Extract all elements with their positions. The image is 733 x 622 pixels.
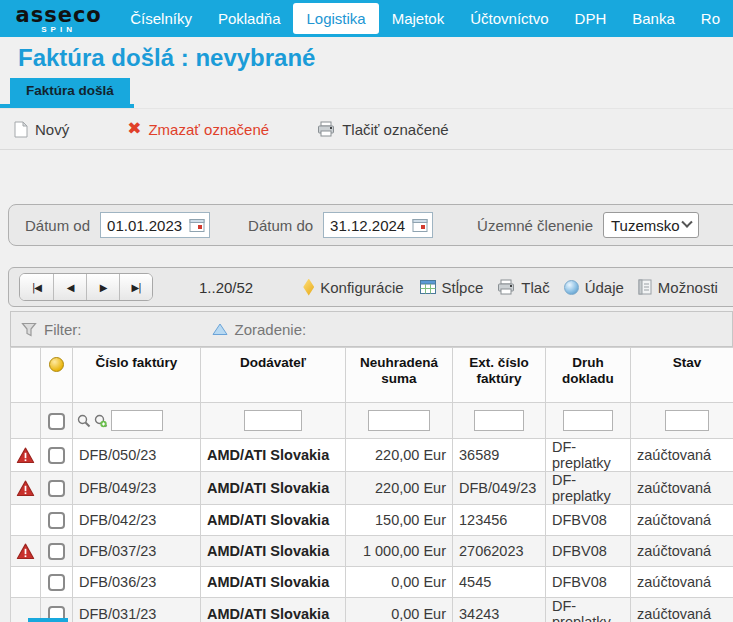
- column-header-dodavatel[interactable]: Dodávateľ: [201, 348, 346, 403]
- cell-druh-dokladu: DFBV08: [546, 567, 631, 598]
- table-row[interactable]: DFB/036/23 AMD/ATI Slovakia 0,00 Eur 454…: [11, 567, 733, 598]
- column-header-stav[interactable]: Stav: [631, 348, 733, 403]
- date-to-input[interactable]: [330, 217, 412, 234]
- configurations-button[interactable]: Konfigurácie: [303, 279, 403, 296]
- cell-cislo-faktury[interactable]: DFB/049/23: [73, 472, 201, 505]
- main-menu: Číselníky Pokladňa Logistika Majetok Účt…: [117, 0, 733, 37]
- new-document-icon: [14, 121, 28, 138]
- cell-druh-dokladu: DF-preplatky: [546, 598, 631, 622]
- select-all-cell: [41, 403, 73, 439]
- cell-dodavatel: AMD/ATI Slovakia: [201, 472, 346, 505]
- cell-cislo-faktury[interactable]: DFB/031/23: [73, 598, 201, 622]
- nav-item-logistika[interactable]: Logistika: [293, 3, 378, 34]
- cell-ext-cislo: 34243: [453, 598, 546, 622]
- table-row[interactable]: DFB/049/23 AMD/ATI Slovakia 220,00 Eur D…: [11, 472, 733, 505]
- selection-column-header[interactable]: [41, 348, 73, 403]
- page-range: 1..20/52: [199, 279, 253, 296]
- table-row[interactable]: DFB/050/23 AMD/ATI Slovakia 220,00 Eur 3…: [11, 439, 733, 472]
- columns-button[interactable]: Stĺpce: [420, 279, 484, 296]
- territory-select[interactable]: Tuzemsko: [603, 212, 699, 238]
- logo-brand-text: asseco: [15, 6, 101, 25]
- filter-cell-ext: [453, 403, 546, 439]
- options-label: Možnosti: [658, 279, 718, 296]
- tab-faktura-dosla[interactable]: Faktúra došlá: [10, 78, 130, 104]
- first-page-button[interactable]: |◀: [20, 274, 53, 300]
- calendar-icon[interactable]: [412, 217, 428, 233]
- cell-stav: zaúčtovaná: [631, 536, 733, 567]
- select-all-checkbox[interactable]: [48, 413, 65, 430]
- cell-cislo-faktury[interactable]: DFB/037/23: [73, 536, 201, 567]
- nav-item-banka[interactable]: Banka: [619, 3, 688, 34]
- filter-input-ext[interactable]: [474, 410, 524, 431]
- options-button[interactable]: Možnosti: [638, 279, 718, 296]
- nav-item-pokladna[interactable]: Pokladňa: [205, 3, 294, 34]
- pagination-buttons: |◀ ◀ ▶ ▶|: [19, 273, 153, 301]
- data-button[interactable]: Údaje: [564, 279, 624, 296]
- search-icon[interactable]: [77, 414, 91, 428]
- nav-item-uctovnictvo[interactable]: Účtovníctvo: [457, 3, 561, 34]
- warning-icon: [16, 479, 35, 495]
- partial-bottom-element: [28, 618, 68, 622]
- cell-ext-cislo: 36589: [453, 439, 546, 472]
- row-checkbox[interactable]: [48, 574, 65, 591]
- columns-label: Stĺpce: [442, 279, 484, 296]
- filter-toggle[interactable]: Filter:: [21, 321, 82, 338]
- row-checkbox[interactable]: [48, 512, 65, 529]
- nav-item-ciselniky[interactable]: Číselníky: [117, 3, 205, 34]
- filter-cell-suma: [346, 403, 453, 439]
- warning-icon: [16, 542, 35, 558]
- nav-item-dph[interactable]: DPH: [562, 3, 620, 34]
- column-header-cislo-faktury[interactable]: Číslo faktúry: [73, 348, 201, 403]
- filter-input-cislo[interactable]: [111, 410, 163, 431]
- filter-input-suma[interactable]: [368, 410, 430, 431]
- column-header-neuhradena-suma[interactable]: Neuhradená suma: [346, 348, 453, 403]
- print-marked-button[interactable]: Tlačiť označené: [317, 121, 449, 138]
- row-checkbox[interactable]: [48, 447, 65, 464]
- filter-input-druh[interactable]: [563, 410, 613, 431]
- cell-stav: zaúčtovaná: [631, 439, 733, 472]
- cell-cislo-faktury[interactable]: DFB/036/23: [73, 567, 201, 598]
- date-from-input[interactable]: [107, 217, 189, 234]
- calendar-icon[interactable]: [189, 217, 205, 233]
- pager-panel: |◀ ◀ ▶ ▶| 1..20/52 Konfigurácie Stĺpce T…: [8, 267, 733, 307]
- nav-item-truncated[interactable]: Ro: [688, 3, 733, 34]
- filter-label: Filter:: [44, 321, 82, 338]
- data-sphere-icon: [564, 280, 579, 295]
- delete-x-icon: ✖: [127, 121, 141, 137]
- table-row[interactable]: DFB/031/23 AMD/ATI Slovakia 0,00 Eur 342…: [11, 598, 733, 622]
- cell-neuhradena-suma: 1 000,00 Eur: [346, 536, 453, 567]
- cell-neuhradena-suma: 0,00 Eur: [346, 598, 453, 622]
- nav-item-majetok[interactable]: Majetok: [379, 3, 458, 34]
- date-to-field: [323, 212, 433, 238]
- cell-dodavatel: AMD/ATI Slovakia: [201, 567, 346, 598]
- cell-stav: zaúčtovaná: [631, 598, 733, 622]
- search-add-icon[interactable]: [94, 414, 108, 428]
- cell-cislo-faktury[interactable]: DFB/050/23: [73, 439, 201, 472]
- selection-ball-icon[interactable]: [49, 357, 64, 372]
- printer-icon: [497, 279, 515, 295]
- filter-cell-empty: [11, 403, 41, 439]
- row-checkbox[interactable]: [48, 480, 65, 497]
- cell-stav: zaúčtovaná: [631, 472, 733, 505]
- filter-cell-stav: [631, 403, 733, 439]
- last-page-button[interactable]: ▶|: [119, 274, 152, 300]
- table-row[interactable]: DFB/037/23 AMD/ATI Slovakia 1 000,00 Eur…: [11, 536, 733, 567]
- delete-marked-button[interactable]: ✖ Zmazať označené: [127, 121, 269, 138]
- column-header-ext-cislo[interactable]: Ext. číslo faktúry: [453, 348, 546, 403]
- filter-input-dodavatel[interactable]: [244, 410, 302, 431]
- sort-toggle[interactable]: Zoradenie:: [212, 321, 307, 338]
- filter-input-stav[interactable]: [665, 410, 709, 431]
- cell-ext-cislo: 4545: [453, 567, 546, 598]
- new-button[interactable]: Nový: [14, 121, 69, 138]
- next-page-button[interactable]: ▶: [86, 274, 119, 300]
- table-row[interactable]: DFB/042/23 AMD/ATI Slovakia 150,00 Eur 1…: [11, 505, 733, 536]
- grid-header-row: Číslo faktúry Dodávateľ Neuhradená suma …: [11, 348, 733, 403]
- prev-page-button[interactable]: ◀: [53, 274, 86, 300]
- cell-cislo-faktury[interactable]: DFB/042/23: [73, 505, 201, 536]
- print-button[interactable]: Tlač: [497, 279, 549, 296]
- print-label: Tlač: [521, 279, 549, 296]
- asseco-spin-logo[interactable]: asseco SPIN: [0, 4, 117, 34]
- funnel-icon: [21, 322, 37, 337]
- row-checkbox[interactable]: [48, 543, 65, 560]
- column-header-druh-dokladu[interactable]: Druh dokladu: [546, 348, 631, 403]
